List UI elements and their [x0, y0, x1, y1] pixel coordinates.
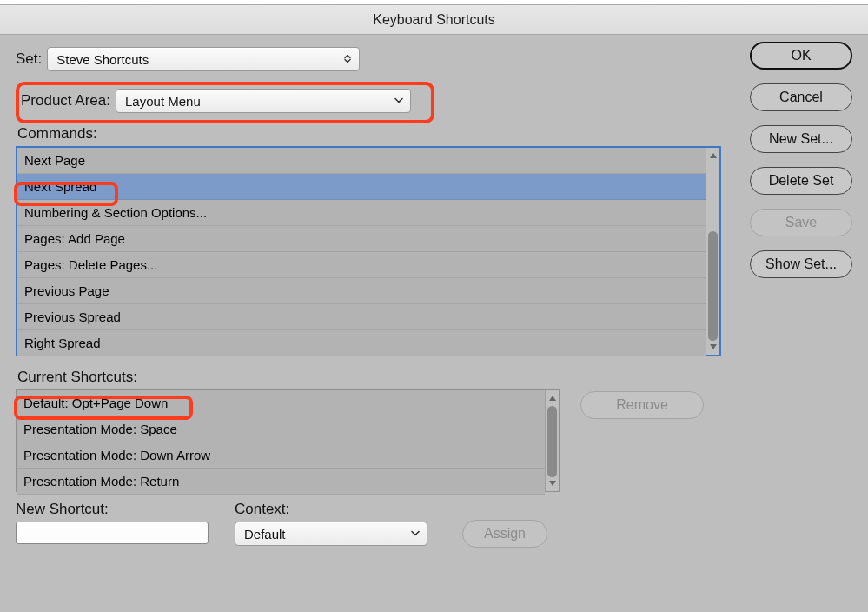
product-area-label: Product Area:	[21, 92, 110, 110]
dialog-window: Keyboard Shortcuts Set: Steve Shortcuts …	[0, 0, 868, 612]
delete-set-button[interactable]: Delete Set	[750, 167, 852, 195]
assign-button[interactable]: Assign	[462, 520, 547, 548]
command-item[interactable]: Previous Spread	[17, 304, 706, 330]
command-item[interactable]: Pages: Add Page	[17, 226, 706, 252]
product-area-value: Layout Menu	[125, 94, 201, 109]
remove-button[interactable]: Remove	[580, 391, 704, 419]
side-buttons: OK Cancel New Set... Delete Set Save Sho…	[750, 42, 852, 278]
current-shortcuts-label: Current Shortcuts:	[17, 369, 728, 386]
product-area-row: Product Area: Layout Menu	[21, 89, 728, 113]
shortcut-item[interactable]: Presentation Mode: Return	[17, 469, 545, 495]
command-item[interactable]: Next Page	[17, 148, 706, 174]
assign-wrap: Assign	[462, 520, 547, 548]
ok-button[interactable]: OK	[750, 42, 852, 70]
commands-listbox[interactable]: Next PageNext SpreadNumbering & Section …	[16, 146, 721, 356]
dialog-body: Set: Steve Shortcuts Product Area: Layou…	[0, 35, 868, 612]
scroll-down-icon[interactable]	[706, 339, 719, 355]
new-set-button-label: New Set...	[769, 131, 833, 147]
cancel-button-label: Cancel	[779, 90, 823, 105]
scroll-up-icon[interactable]	[546, 390, 559, 406]
scroll-thumb[interactable]	[547, 406, 557, 477]
shortcut-item[interactable]: Presentation Mode: Down Arrow	[17, 442, 545, 469]
command-item[interactable]: Previous Page	[17, 278, 706, 304]
chevron-down-icon	[394, 96, 403, 105]
context-label: Context:	[235, 501, 427, 518]
command-item[interactable]: Right Spread	[17, 330, 706, 356]
new-shortcut-group: New Shortcut:	[16, 501, 209, 548]
shortcuts-scrollbar[interactable]	[545, 390, 559, 491]
set-label: Set:	[16, 50, 42, 68]
scroll-down-icon[interactable]	[546, 476, 559, 491]
main-column: Set: Steve Shortcuts Product Area: Layou…	[16, 47, 728, 548]
command-item[interactable]: Next Spread	[17, 174, 706, 200]
chevron-updown-icon	[343, 55, 352, 63]
assign-button-label: Assign	[484, 526, 526, 542]
shortcuts-listbox[interactable]: Default: Opt+Page DownPresentation Mode:…	[16, 389, 560, 492]
remove-button-label: Remove	[616, 397, 668, 413]
dialog-title: Keyboard Shortcuts	[0, 5, 868, 35]
new-shortcut-input[interactable]	[16, 522, 209, 544]
product-area-select[interactable]: Layout Menu	[116, 89, 411, 113]
shortcut-item[interactable]: Presentation Mode: Space	[17, 416, 545, 442]
show-set-button[interactable]: Show Set...	[750, 250, 852, 278]
shortcuts-row: Default: Opt+Page DownPresentation Mode:…	[16, 389, 728, 492]
ok-button-label: OK	[791, 48, 811, 63]
context-select[interactable]: Default	[235, 522, 427, 546]
new-set-button[interactable]: New Set...	[750, 125, 852, 153]
scroll-up-icon[interactable]	[706, 148, 719, 163]
show-set-button-label: Show Set...	[765, 256, 837, 272]
new-shortcut-label: New Shortcut:	[16, 501, 209, 518]
set-row: Set: Steve Shortcuts	[16, 47, 728, 71]
cancel-button[interactable]: Cancel	[750, 83, 852, 111]
scroll-thumb[interactable]	[708, 231, 718, 341]
commands-label: Commands:	[17, 125, 728, 143]
set-select-value: Steve Shortcuts	[56, 52, 149, 67]
command-item[interactable]: Numbering & Section Options...	[17, 200, 706, 226]
save-button-label: Save	[785, 215, 817, 230]
commands-rows: Next PageNext SpreadNumbering & Section …	[17, 148, 706, 355]
set-select[interactable]: Steve Shortcuts	[47, 47, 360, 71]
shortcut-item[interactable]: Default: Opt+Page Down	[17, 390, 545, 416]
context-group: Context: Default	[235, 501, 427, 548]
command-item[interactable]: Pages: Delete Pages...	[17, 252, 706, 278]
bottom-row: New Shortcut: Context: Default Assign	[16, 501, 728, 548]
context-value: Default	[244, 527, 286, 542]
delete-set-button-label: Delete Set	[769, 173, 834, 189]
shortcuts-rows: Default: Opt+Page DownPresentation Mode:…	[17, 390, 545, 491]
commands-scrollbar[interactable]	[706, 148, 719, 355]
chevron-down-icon	[411, 529, 420, 538]
save-button[interactable]: Save	[750, 209, 852, 236]
